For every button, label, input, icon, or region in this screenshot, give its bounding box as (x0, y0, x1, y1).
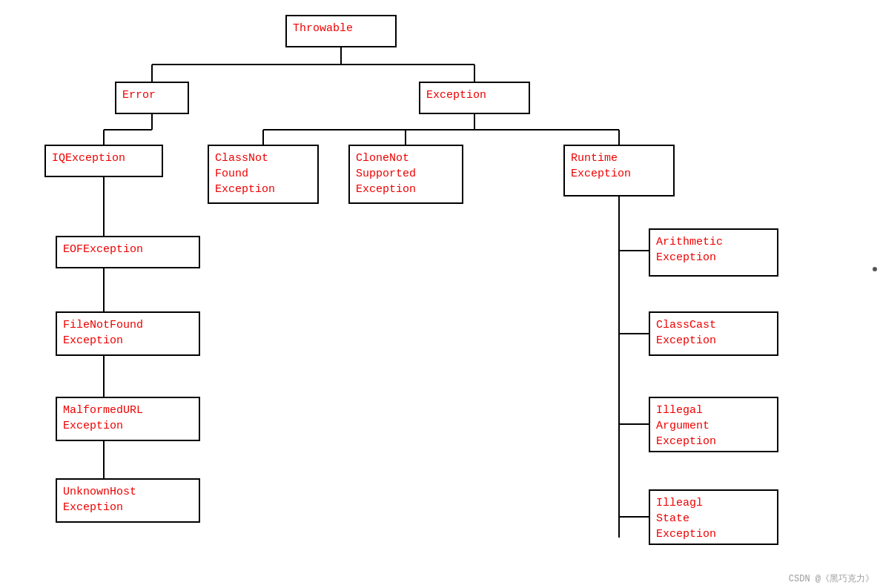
node-throwable: Throwable (285, 15, 397, 47)
node-classnotfound: ClassNotFoundException (208, 145, 319, 204)
node-clonenotsupported: CloneNotSupportedException (348, 145, 463, 204)
node-filenotfound: FileNotFoundException (56, 311, 200, 356)
node-illegalstate: IlleaglStateException (649, 489, 778, 545)
node-runtimeexception: RuntimeException (563, 145, 675, 196)
node-classcast: ClassCastException (649, 311, 778, 356)
diagram: Throwable Error Exception IQException Cl… (0, 0, 880, 588)
node-arithmetic: ArithmeticException (649, 228, 778, 277)
node-eofexception: EOFException (56, 236, 200, 268)
node-unknownhost: UnknownHostException (56, 478, 200, 523)
watermark-text: CSDN @《黑巧克力》 (789, 572, 874, 585)
node-exception: Exception (419, 82, 530, 114)
node-error: Error (115, 82, 189, 114)
node-iqexception: IQException (44, 145, 163, 177)
node-malformedurl: MalformedURLException (56, 397, 200, 441)
node-illegalargument: IllegalArgumentException (649, 397, 778, 452)
dot-marker (873, 267, 877, 271)
